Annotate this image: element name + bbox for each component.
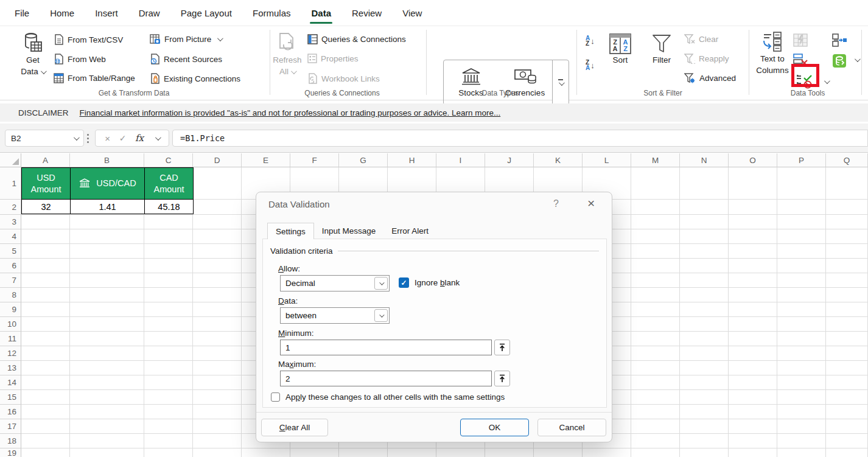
existing-connections-button[interactable]: Existing Connections xyxy=(150,73,240,84)
name-box-splitter[interactable] xyxy=(87,134,89,143)
row-header-9[interactable]: 9 xyxy=(0,302,21,317)
cell-C1[interactable]: CAD Amount xyxy=(144,167,194,200)
row-header-16[interactable]: 16 xyxy=(0,405,21,419)
row-header-10[interactable]: 10 xyxy=(0,317,21,332)
row-header-17[interactable]: 17 xyxy=(0,419,21,434)
tab-error-alert[interactable]: Error Alert xyxy=(383,223,436,239)
formula-input[interactable]: =B1.Price xyxy=(172,130,868,147)
column-header-J[interactable]: J xyxy=(485,153,534,167)
reapply-filter-button[interactable]: Reapply xyxy=(684,54,729,64)
column-header-L[interactable]: L xyxy=(583,153,631,167)
menu-view[interactable]: View xyxy=(402,8,422,18)
get-data-button[interactable]: Get Data xyxy=(16,32,50,77)
menu-file[interactable]: File xyxy=(15,8,29,18)
column-header-M[interactable]: M xyxy=(631,153,680,167)
advanced-filter-button[interactable]: Advanced xyxy=(684,73,736,83)
cancel-formula-icon[interactable]: × xyxy=(105,133,110,144)
row-header-6[interactable]: 6 xyxy=(0,259,21,273)
dialog-close-button[interactable]: × xyxy=(587,196,595,211)
name-box[interactable]: B2 xyxy=(5,130,84,147)
menu-data-active[interactable]: Data xyxy=(311,8,331,18)
menu-review[interactable]: Review xyxy=(352,8,382,18)
menu-draw[interactable]: Draw xyxy=(139,8,160,18)
column-header-P[interactable]: P xyxy=(777,153,826,167)
column-header-G[interactable]: G xyxy=(339,153,388,167)
data-types-more-button[interactable] xyxy=(552,60,569,105)
sort-za-button[interactable]: ZA↓ xyxy=(586,60,595,71)
data-validation-chevron-icon[interactable] xyxy=(824,78,830,84)
cell-C2[interactable]: 45.18 xyxy=(144,199,194,214)
row-header-5[interactable]: 5 xyxy=(0,244,21,259)
cancel-button[interactable]: Cancel xyxy=(537,419,606,436)
queries-connections-button[interactable]: Queries & Connections xyxy=(307,34,406,44)
from-table-range-button[interactable]: From Table/Range xyxy=(54,73,135,83)
row-header-13[interactable]: 13 xyxy=(0,361,21,375)
menu-insert[interactable]: Insert xyxy=(95,8,118,18)
column-header-F[interactable]: F xyxy=(290,153,339,167)
dialog-help-button[interactable]: ? xyxy=(553,198,559,209)
ok-button[interactable]: OK xyxy=(460,419,529,436)
text-to-columns-button[interactable]: Text to Columns xyxy=(754,31,791,76)
column-header-C[interactable]: C xyxy=(144,153,193,167)
recent-sources-button[interactable]: Recent Sources xyxy=(150,54,222,65)
allow-dropdown[interactable]: Decimal xyxy=(280,275,390,291)
refresh-all-button[interactable]: Refresh All xyxy=(270,32,304,77)
from-web-button[interactable]: From Web xyxy=(54,54,106,65)
row-header-11[interactable]: 11 xyxy=(0,332,21,346)
insert-function-icon[interactable]: fx xyxy=(135,133,144,144)
select-all-corner[interactable] xyxy=(0,153,21,167)
column-header-A[interactable]: A xyxy=(21,153,70,167)
cell-A2[interactable]: 32 xyxy=(21,199,71,214)
menu-formulas[interactable]: Formulas xyxy=(253,8,291,18)
flash-fill-button[interactable] xyxy=(793,33,808,47)
enter-formula-icon[interactable]: ✓ xyxy=(119,133,127,143)
row-header-14[interactable]: 14 xyxy=(0,375,21,390)
allow-dropdown-chevron-icon[interactable] xyxy=(374,277,388,290)
column-header-O[interactable]: O xyxy=(729,153,777,167)
data-model-button[interactable] xyxy=(831,53,847,69)
tab-settings[interactable]: Settings xyxy=(267,223,314,239)
sort-button[interactable]: Z A A Z Sort xyxy=(607,33,634,66)
ignore-blank-checkbox[interactable]: ✓ xyxy=(399,277,409,288)
column-header-N[interactable]: N xyxy=(680,153,729,167)
column-header-D[interactable]: D xyxy=(193,153,242,167)
row-header-15[interactable]: 15 xyxy=(0,390,21,405)
workbook-links-button[interactable]: Workbook Links xyxy=(307,73,380,84)
row-header-7[interactable]: 7 xyxy=(0,273,21,288)
apply-to-all-checkbox[interactable] xyxy=(271,392,280,402)
cell-B1[interactable]: USD/CAD xyxy=(70,167,145,200)
row-header-12[interactable]: 12 xyxy=(0,346,21,361)
data-dropdown[interactable]: between xyxy=(280,307,390,324)
row-header-1[interactable]: 1 xyxy=(0,167,21,200)
stocks-tile[interactable]: Stocks xyxy=(444,60,498,105)
from-picture-button[interactable]: From Picture xyxy=(150,34,222,44)
tab-input-message[interactable]: Input Message xyxy=(314,223,384,239)
data-model-chevron-icon[interactable] xyxy=(855,56,861,62)
from-text-csv-button[interactable]: From Text/CSV xyxy=(54,34,123,45)
column-header-B[interactable]: B xyxy=(70,153,144,167)
disclaimer-link[interactable]: Financial market information is provided… xyxy=(80,108,501,117)
column-header-Q[interactable]: Q xyxy=(826,153,868,167)
cell-A1[interactable]: USD Amount xyxy=(21,167,71,200)
row-header-19[interactable]: 19 xyxy=(0,448,21,457)
cell-B2[interactable]: 1.41 xyxy=(70,199,145,214)
row-header-2[interactable]: 2 xyxy=(0,200,21,215)
column-header-H[interactable]: H xyxy=(388,153,436,167)
column-header-I[interactable]: I xyxy=(436,153,485,167)
filter-button[interactable]: Filter xyxy=(646,33,677,66)
consolidate-button[interactable] xyxy=(831,33,847,47)
row-header-4[interactable]: 4 xyxy=(0,229,21,244)
row-header-18[interactable]: 18 xyxy=(0,434,21,448)
row-header-8[interactable]: 8 xyxy=(0,288,21,302)
clear-filter-button[interactable]: Clear xyxy=(684,34,718,44)
properties-button[interactable]: Properties xyxy=(307,54,359,63)
minimum-collapse-button[interactable] xyxy=(494,340,510,355)
formula-chevron-icon[interactable] xyxy=(155,134,161,141)
clear-all-button[interactable]: Clear All xyxy=(261,419,328,436)
maximum-input[interactable]: 2 xyxy=(280,371,492,386)
currencies-tile[interactable]: Currencies xyxy=(498,60,552,105)
minimum-input[interactable]: 1 xyxy=(280,340,492,355)
column-header-K[interactable]: K xyxy=(534,153,583,167)
data-dropdown-chevron-icon[interactable] xyxy=(374,309,388,322)
maximum-collapse-button[interactable] xyxy=(494,371,510,386)
